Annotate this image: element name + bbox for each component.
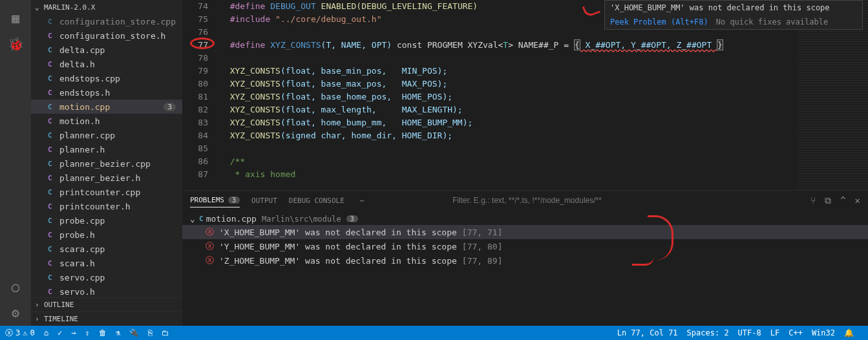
- file-item[interactable]: Cconfiguration_store.cpp: [31, 14, 182, 28]
- file-name: printcounter.h: [59, 202, 131, 211]
- file-item[interactable]: Cplanner.h: [31, 142, 182, 156]
- close-panel-icon[interactable]: ✕: [855, 195, 860, 206]
- tab-problems[interactable]: PROBLEMS 3: [190, 196, 240, 207]
- file-name: configuration_store.h: [59, 31, 165, 41]
- file-item[interactable]: Cscara.cpp: [31, 242, 182, 256]
- status-terminal-icon[interactable]: ⎘: [148, 328, 153, 337]
- no-quick-fix-label: No quick fixes available: [716, 17, 828, 27]
- status-spaces[interactable]: Spaces: 2: [687, 328, 729, 337]
- file-name: planner_bezier.cpp: [59, 159, 151, 169]
- c-file-icon: C: [199, 215, 204, 223]
- file-item[interactable]: Cplanner_bezier.cpp: [31, 156, 182, 171]
- file-icon: C: [48, 17, 59, 26]
- file-item[interactable]: Cscara.h: [31, 256, 182, 270]
- file-name: scara.h: [59, 259, 95, 268]
- file-item[interactable]: Cservo.cpp: [31, 270, 182, 284]
- file-name: planner.cpp: [59, 131, 115, 140]
- chevron-right-icon: ›: [35, 315, 44, 323]
- problem-item[interactable]: ⓧ'Y_HOME_BUMP_MM' was not declared in th…: [182, 239, 868, 253]
- file-item[interactable]: Cdelta.h: [31, 57, 182, 71]
- status-ln-col[interactable]: Ln 77, Col 71: [617, 328, 678, 337]
- status-folder-icon[interactable]: 🗀: [162, 328, 169, 337]
- file-item[interactable]: Cmotion.cpp3: [31, 100, 182, 114]
- file-name: endstops.cpp: [59, 74, 120, 83]
- editor-area: 7475767778798081828384858687 #define DEB…: [182, 0, 868, 326]
- problems-body: ⌄ C motion.cpp Marlin\src\module 3 ⓧ'X_H…: [182, 210, 868, 326]
- account-icon[interactable]: ◯: [0, 274, 31, 300]
- status-upload-icon[interactable]: ⇪: [85, 328, 89, 337]
- problem-message: 'X_HOME_BUMP_MM' was not declared in thi…: [219, 228, 457, 237]
- file-item[interactable]: Cendstops.cpp: [31, 71, 182, 85]
- problem-item[interactable]: ⓧ'Z_HOME_BUMP_MM' was not declared in th…: [182, 253, 868, 268]
- bug-icon[interactable]: 🐞: [0, 31, 31, 57]
- file-name: servo.cpp: [59, 273, 105, 282]
- file-name: printcounter.cpp: [59, 187, 140, 197]
- file-item[interactable]: Cconfiguration_store.h: [31, 28, 182, 43]
- filter-icon[interactable]: ⑂: [810, 195, 816, 206]
- file-icon: C: [48, 60, 59, 69]
- file-item[interactable]: Cprobe.h: [31, 228, 182, 242]
- outline-section[interactable]: › OUTLINE: [31, 297, 182, 312]
- explorer-root-header[interactable]: ⌄ MARLIN-2.0.X: [31, 0, 182, 14]
- status-platform[interactable]: Win32: [812, 328, 835, 337]
- status-eol[interactable]: LF: [770, 328, 779, 337]
- problem-file-name: motion.cpp: [206, 214, 257, 224]
- panel-tabs: PROBLEMS 3 OUTPUT DEBUG CONSOLE ⋯ ⑂ ⧉ ^ …: [182, 191, 868, 210]
- file-item[interactable]: Cservo.h: [31, 284, 182, 297]
- file-item[interactable]: Cplanner_bezier.h: [31, 171, 182, 185]
- peek-problem-link[interactable]: Peek Problem (Alt+F8): [610, 17, 708, 27]
- tab-overflow[interactable]: ⋯: [360, 197, 365, 205]
- file-name: endstops.h: [59, 88, 110, 98]
- status-build-icon[interactable]: →: [71, 328, 76, 337]
- status-home-icon[interactable]: ⌂: [44, 328, 48, 337]
- file-icon: C: [48, 74, 59, 83]
- collapse-icon[interactable]: ⧉: [825, 195, 831, 206]
- explorer-sidebar: ⌄ MARLIN-2.0.X Cconfiguration_store.cppC…: [31, 0, 182, 326]
- file-name: probe.cpp: [59, 216, 105, 226]
- line-gutter: 7475767778798081828384858687: [182, 0, 220, 190]
- blocks-icon[interactable]: ▦: [0, 5, 31, 31]
- tab-debug-console[interactable]: DEBUG CONSOLE: [289, 197, 344, 205]
- file-item[interactable]: Cprintcounter.h: [31, 199, 182, 213]
- file-icon: C: [48, 202, 59, 211]
- file-icon: C: [48, 32, 59, 40]
- file-icon: C: [48, 46, 59, 54]
- tab-output[interactable]: OUTPUT: [251, 197, 277, 205]
- status-trash-icon[interactable]: 🗑: [99, 328, 107, 337]
- status-test-icon[interactable]: ⚗: [116, 328, 120, 337]
- file-item[interactable]: Cplanner.cpp: [31, 128, 182, 142]
- status-bell-icon[interactable]: 🔔: [844, 328, 854, 337]
- problems-filter-input[interactable]: [449, 193, 810, 207]
- problem-item[interactable]: ⓧ'X_HOME_BUMP_MM' was not declared in th…: [182, 225, 868, 239]
- status-encoding[interactable]: UTF-8: [738, 328, 761, 337]
- file-item[interactable]: Cmotion.h: [31, 114, 182, 128]
- file-item[interactable]: Cprintcounter.cpp: [31, 185, 182, 199]
- file-icon: C: [48, 103, 59, 111]
- warning-icon: ⚠: [23, 328, 27, 337]
- file-item[interactable]: Cendstops.h: [31, 85, 182, 100]
- file-name: delta.h: [59, 59, 95, 69]
- status-monitor-icon[interactable]: 🔌: [129, 328, 139, 337]
- file-item[interactable]: Cprobe.cpp: [31, 213, 182, 228]
- activity-bar: ▦ 🐞 ◯ ⚙: [0, 0, 31, 326]
- problem-location: [77, 80]: [462, 242, 503, 251]
- maximize-panel-icon[interactable]: ^: [840, 195, 845, 206]
- status-errors[interactable]: ⓧ 3 ⚠ 0: [5, 328, 35, 339]
- problem-file-row[interactable]: ⌄ C motion.cpp Marlin\src\module 3: [182, 213, 868, 225]
- error-icon: ⓧ: [206, 226, 214, 238]
- file-icon: C: [48, 117, 59, 125]
- problem-location: [77, 71]: [462, 228, 503, 237]
- file-icon: C: [48, 259, 59, 268]
- file-icon: C: [48, 188, 59, 197]
- file-name: planner_bezier.h: [59, 173, 140, 183]
- file-icon: C: [48, 217, 59, 225]
- file-name: probe.h: [59, 230, 95, 240]
- file-list: Cconfiguration_store.cppCconfiguration_s…: [31, 14, 182, 297]
- status-lang[interactable]: C++: [789, 328, 803, 337]
- editor-pane[interactable]: 7475767778798081828384858687 #define DEB…: [182, 0, 868, 190]
- timeline-section[interactable]: › TIMELINE: [31, 312, 182, 326]
- explorer-root-label: MARLIN-2.0.X: [44, 3, 95, 12]
- status-check-icon[interactable]: ✓: [58, 328, 62, 337]
- file-item[interactable]: Cdelta.cpp: [31, 43, 182, 57]
- settings-icon[interactable]: ⚙: [0, 300, 31, 326]
